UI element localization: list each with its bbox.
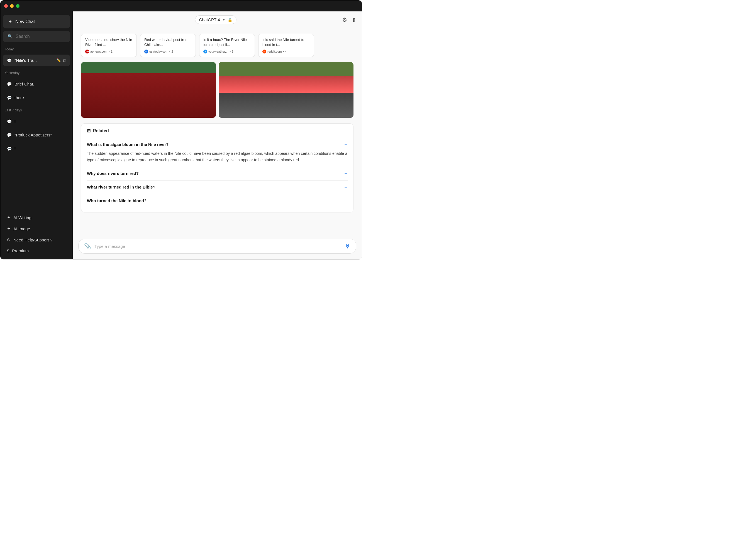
sidebar-item-there[interactable]: 💬 there <box>3 92 70 103</box>
edit-delete-controls: ✏️ 🗑 <box>56 58 66 62</box>
chat-item-label: ! <box>15 119 16 124</box>
chat-icon: 💬 <box>7 133 12 137</box>
related-header: ⊞ Related <box>87 128 348 134</box>
source-title-2: Is it a hoax? The River Nile turns red j… <box>203 37 251 47</box>
chat-icon: 💬 <box>7 119 12 124</box>
image-nile-red-left <box>81 62 216 118</box>
plus-icon: ＋ <box>8 19 13 25</box>
model-selector[interactable]: ChatGPT-4 ▼ 🔒 <box>195 15 237 24</box>
search-icon: 🔍 <box>8 34 13 39</box>
app-body: ＋ New Chat 🔍 Today 💬 "Nile's Tra... ✏️ 🗑… <box>0 11 362 259</box>
ai-image-icon: ✦ <box>7 226 11 231</box>
source-card-3[interactable]: It is said the Nile turned to blood in t… <box>258 34 314 57</box>
source-sep-0: • <box>109 50 110 53</box>
chat-item-label: there <box>15 95 24 100</box>
faq-question-text-0: What is the algae bloom in the Nile rive… <box>87 142 341 147</box>
source-card-2[interactable]: Is it a hoax? The River Nile turns red j… <box>199 34 255 57</box>
sidebar-item-ai-image[interactable]: ✦ AI Image <box>3 223 70 234</box>
new-chat-button[interactable]: ＋ New Chat <box>3 15 70 28</box>
source-count-1: 2 <box>172 50 173 53</box>
section-label-today: Today <box>3 46 70 52</box>
model-name: ChatGPT-4 <box>199 17 220 22</box>
chat-icon: 💬 <box>7 58 12 63</box>
faq-question-0[interactable]: What is the algae bloom in the Nile rive… <box>87 142 348 148</box>
source-title-3: It is said the Nile turned to blood in t… <box>262 37 310 47</box>
source-title-0: Video does not show the Nile River fille… <box>85 37 133 47</box>
chat-item-label: "Potluck Appetizers" <box>15 133 52 137</box>
mic-button[interactable]: 🎙 <box>345 243 351 249</box>
faq-toggle-3[interactable]: + <box>344 198 348 204</box>
chat-item-label: "Nile's Tra... <box>15 58 37 63</box>
chat-item-label: Brief Chat. <box>15 81 34 86</box>
sidebar-item-brief-chat[interactable]: 💬 Brief Chat. <box>3 78 70 90</box>
faq-item-3: Who turned the Nile to blood? + <box>87 194 348 208</box>
source-sep-3: • <box>283 50 284 53</box>
faq-item-0: What is the algae bloom in the Nile rive… <box>87 138 348 167</box>
faq-item-2: What river turned red in the Bible? + <box>87 181 348 194</box>
minimize-dot[interactable] <box>10 4 14 8</box>
related-icon: ⊞ <box>87 128 90 134</box>
faq-toggle-1[interactable]: + <box>344 171 348 177</box>
premium-icon: $ <box>7 248 9 253</box>
source-count-2: 3 <box>232 50 234 53</box>
faq-question-3[interactable]: Who turned the Nile to blood? + <box>87 198 348 204</box>
source-domain-1: usatoday.com <box>149 50 168 53</box>
sidebar-item-premium[interactable]: $ Premium <box>3 245 70 256</box>
related-title: Related <box>93 129 109 134</box>
lock-icon: 🔒 <box>228 18 232 22</box>
maximize-dot[interactable] <box>16 4 20 8</box>
source-dot-0: AP <box>85 50 89 53</box>
settings-button[interactable]: ⚙ <box>342 17 347 23</box>
source-meta-1: U usatoday.com • 2 <box>144 50 191 53</box>
sidebar-item-potluck[interactable]: 💬 "Potluck Appetizers" <box>3 129 70 140</box>
titlebar <box>0 0 362 11</box>
source-sep-2: • <box>230 50 231 53</box>
edit-icon[interactable]: ✏️ <box>56 58 61 62</box>
faq-item-1: Why does rivers turn red? + <box>87 167 348 181</box>
sidebar-item-exclaim1[interactable]: 💬 ! <box>3 116 70 127</box>
input-box: 📎 🎙 <box>78 239 356 254</box>
input-area: 📎 🎙 <box>73 235 362 259</box>
search-bar[interactable]: 🔍 <box>3 30 70 42</box>
source-meta-2: Y yourweather.... • 3 <box>203 50 251 53</box>
source-card-1[interactable]: Red water in viral post from Chile lake.… <box>140 34 196 57</box>
source-count-0: 1 <box>111 50 113 53</box>
faq-toggle-2[interactable]: + <box>344 185 348 190</box>
source-meta-3: R reddit.com • 4 <box>262 50 310 53</box>
section-label-last7: Last 7 days <box>3 107 70 113</box>
faq-question-text-1: Why does rivers turn red? <box>87 171 341 176</box>
message-input[interactable] <box>94 244 342 249</box>
sidebar-item-niles-tra[interactable]: 💬 "Nile's Tra... ✏️ 🗑 <box>3 55 70 66</box>
new-chat-label: New Chat <box>15 19 35 24</box>
faq-answer-0: The sudden appearance of red-hued waters… <box>87 150 348 163</box>
search-input[interactable] <box>16 34 66 39</box>
source-card-0[interactable]: Video does not show the Nile River fille… <box>81 34 137 57</box>
close-dot[interactable] <box>4 4 8 8</box>
sidebar-item-ai-writing[interactable]: ✦ AI Writing <box>3 212 70 223</box>
sidebar-item-support[interactable]: ⊙ Need Help/Support ? <box>3 235 70 245</box>
source-domain-3: reddit.com <box>267 50 282 53</box>
related-section: ⊞ Related What is the algae bloom in the… <box>81 123 353 212</box>
sidebar: ＋ New Chat 🔍 Today 💬 "Nile's Tra... ✏️ 🗑… <box>0 11 73 259</box>
source-meta-0: AP apnews.com • 1 <box>85 50 133 53</box>
share-button[interactable]: ⬆ <box>351 17 356 23</box>
faq-toggle-0[interactable]: + <box>344 142 348 148</box>
ai-writing-icon: ✦ <box>7 215 11 220</box>
chat-item-label: ! <box>15 146 16 151</box>
source-title-1: Red water in viral post from Chile lake.… <box>144 37 191 47</box>
chat-icon: 💬 <box>7 146 12 151</box>
faq-question-1[interactable]: Why does rivers turn red? + <box>87 171 348 177</box>
image-grid <box>81 62 353 118</box>
section-label-yesterday: Yesterday <box>3 70 70 76</box>
source-sep-1: • <box>169 50 171 53</box>
faq-question-2[interactable]: What river turned red in the Bible? + <box>87 185 348 190</box>
main-content: ChatGPT-4 ▼ 🔒 ⚙ ⬆ Video does not show th… <box>73 11 362 259</box>
attach-button[interactable]: 📎 <box>84 243 91 249</box>
source-dot-1: U <box>144 50 148 53</box>
source-count-3: 4 <box>285 50 287 53</box>
ai-image-label: AI Image <box>13 226 30 231</box>
premium-label: Premium <box>12 248 29 253</box>
source-domain-0: apnews.com <box>90 50 108 53</box>
delete-icon[interactable]: 🗑 <box>62 58 66 62</box>
sidebar-item-exclaim2[interactable]: 💬 ! <box>3 143 70 154</box>
